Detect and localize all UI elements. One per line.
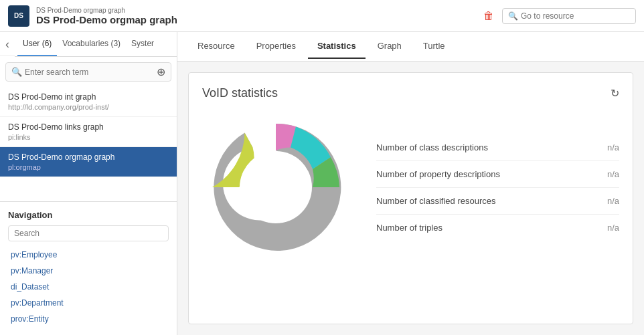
delete-button[interactable]: 🗑 <box>481 7 497 25</box>
navigation-section: Navigation pv:Employee pv:Manager di_Dat… <box>0 201 177 335</box>
resource-search-bar: 🔍 <box>502 8 636 24</box>
tab-statistics[interactable]: Statistics <box>308 34 366 59</box>
tab-properties[interactable]: Properties <box>247 34 305 59</box>
donut-chart <box>202 114 349 261</box>
tab-graph[interactable]: Graph <box>368 34 411 59</box>
stats-header: VoID statistics ↻ <box>202 86 619 100</box>
app-logo: DS <box>8 5 29 27</box>
sidebar-back-button[interactable]: ‹ <box>0 33 15 56</box>
sidebar-item-orgmap-title: DS Prod-Demo orgmap graph <box>8 152 169 162</box>
sidebar-item-inst-subtitle: http://ld.company.org/prod-inst/ <box>8 103 169 111</box>
stats-value-triples: n/a <box>607 223 619 233</box>
stats-row-triples: Number of triples n/a <box>376 215 619 241</box>
resource-search-input[interactable] <box>521 11 630 21</box>
stats-row-class-desc: Number of class descriptions n/a <box>376 134 619 161</box>
tab-resource[interactable]: Resource <box>188 34 244 59</box>
stats-label-triples: Number of triples <box>376 223 442 233</box>
navigation-search-input[interactable] <box>8 225 169 241</box>
statistics-panel: VoID statistics ↻ <box>188 72 633 324</box>
sidebar-item-inst[interactable]: DS Prod-Demo int graph http://ld.company… <box>0 87 177 117</box>
sidebar-item-orgmap[interactable]: DS Prod-Demo orgmap graph pl:orgmap <box>0 147 177 177</box>
nav-item-dataset[interactable]: di_Dataset <box>8 279 169 295</box>
nav-item-department[interactable]: pv:Department <box>8 295 169 311</box>
refresh-button[interactable]: ↻ <box>611 87 619 100</box>
stats-title: VoID statistics <box>202 86 278 100</box>
sidebar-item-links-subtitle: pi:links <box>8 133 169 141</box>
tab-turtle[interactable]: Turtle <box>414 34 455 59</box>
stats-row-property-desc: Number of property descriptions n/a <box>376 161 619 188</box>
sidebar-tab-system[interactable]: Syster <box>126 32 159 56</box>
sidebar-item-orgmap-subtitle: pl:orgmap <box>8 163 169 171</box>
content-tabs: Resource Properties Statistics Graph Tur… <box>177 32 644 62</box>
content-area: Resource Properties Statistics Graph Tur… <box>177 32 644 335</box>
donut-hole <box>240 151 312 223</box>
navigation-title: Navigation <box>8 210 169 220</box>
sidebar-tab-user[interactable]: User (6) <box>17 32 57 56</box>
stats-table: Number of class descriptions n/a Number … <box>376 134 619 241</box>
nav-item-employee[interactable]: pv:Employee <box>8 247 169 263</box>
app-title: DS Prod-Demo orgmap graph <box>36 14 177 25</box>
sidebar-item-inst-title: DS Prod-Demo int graph <box>8 92 169 102</box>
header-left: DS DS Prod-Demo orgmap graph DS Prod-Dem… <box>8 5 177 27</box>
main-layout: ‹ User (6) Vocabularies (3) Syster 🔍 ⊕ D… <box>0 32 644 335</box>
sidebar: ‹ User (6) Vocabularies (3) Syster 🔍 ⊕ D… <box>0 32 177 335</box>
stats-body: Number of class descriptions n/a Number … <box>202 114 619 261</box>
sidebar-tabs: User (6) Vocabularies (3) Syster <box>15 32 177 57</box>
sidebar-list: DS Prod-Demo int graph http://ld.company… <box>0 87 177 201</box>
stats-value-class-desc: n/a <box>607 142 619 152</box>
stats-label-classified-res: Number of classified resources <box>376 196 495 206</box>
sidebar-search-bar: 🔍 ⊕ <box>5 62 171 82</box>
header-title-block: DS Prod-Demo orgmap graph DS Prod-Demo o… <box>36 7 177 25</box>
sidebar-search-icon: 🔍 <box>11 67 22 77</box>
nav-item-entity[interactable]: prov:Entity <box>8 311 169 327</box>
sidebar-add-button[interactable]: ⊕ <box>157 66 165 78</box>
donut-svg <box>202 114 349 261</box>
top-header: DS DS Prod-Demo orgmap graph DS Prod-Dem… <box>0 0 644 32</box>
stats-value-property-desc: n/a <box>607 169 619 179</box>
sidebar-item-links[interactable]: DS Prod-Demo links graph pi:links <box>0 117 177 147</box>
stats-value-classified-res: n/a <box>607 196 619 206</box>
sidebar-search-input[interactable] <box>25 68 154 77</box>
stats-row-classified-res: Number of classified resources n/a <box>376 188 619 215</box>
sidebar-tab-vocabularies[interactable]: Vocabularies (3) <box>57 32 126 56</box>
stats-label-property-desc: Number of property descriptions <box>376 169 500 179</box>
nav-item-manager[interactable]: pv:Manager <box>8 263 169 279</box>
navigation-list: pv:Employee pv:Manager di_Dataset pv:Dep… <box>8 247 169 327</box>
stats-label-class-desc: Number of class descriptions <box>376 142 488 152</box>
sidebar-item-links-title: DS Prod-Demo links graph <box>8 122 169 132</box>
search-icon: 🔍 <box>508 11 518 21</box>
header-right: 🗑 🔍 <box>481 7 636 25</box>
app-subtitle: DS Prod-Demo orgmap graph <box>36 7 177 14</box>
